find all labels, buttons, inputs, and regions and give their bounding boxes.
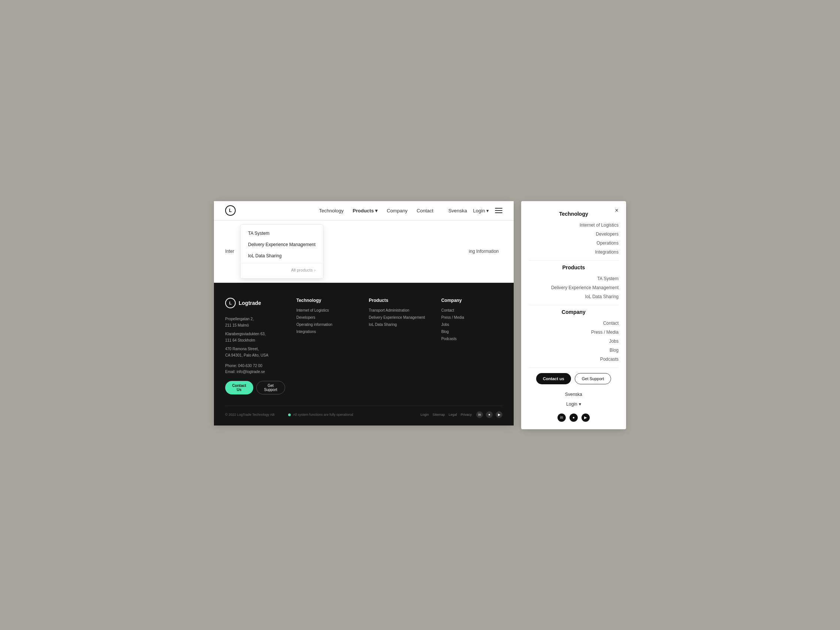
nav-products[interactable]: Products ▾ <box>352 208 378 213</box>
products-dropdown: TA System Delivery Experience Management… <box>240 224 323 279</box>
footer-tech-title: Technology <box>296 298 357 303</box>
footer-link-press[interactable]: Press / Media <box>441 315 502 319</box>
youtube-icon[interactable]: ▶ <box>496 411 502 418</box>
mobile-company-title: Company <box>529 309 619 315</box>
mobile-divider-1 <box>529 260 619 261</box>
nav-links: Technology Products ▾ Company Contact <box>319 208 433 213</box>
logo-circle: L <box>225 205 236 216</box>
mobile-buttons: Contact us Get Support <box>529 373 619 384</box>
footer-link-blog[interactable]: Blog <box>441 330 502 334</box>
mobile-link-iol[interactable]: Internet of Logistics <box>529 221 619 230</box>
mobile-link-ta[interactable]: TA System <box>529 274 619 283</box>
hamburger-menu[interactable] <box>495 208 502 213</box>
footer-col-company: Company Contact Press / Media Jobs Blog … <box>441 298 502 395</box>
mobile-link-press[interactable]: Press / Media <box>529 328 619 337</box>
footer-logo-circle: L <box>225 298 236 308</box>
operating-info-label: ing Information <box>469 249 502 254</box>
mobile-menu-panel: × Technology Internet of Logistics Devel… <box>521 201 626 429</box>
footer-link-operating[interactable]: Operating information <box>296 322 357 327</box>
mobile-divider-3 <box>529 368 619 368</box>
dropdown-ta-system[interactable]: TA System <box>240 228 323 239</box>
mobile-language[interactable]: Svenska <box>529 390 619 399</box>
footer-copyright-area: © 2022 LogTrade Technology AB <box>225 413 284 417</box>
spotify-icon[interactable]: ● <box>486 411 493 418</box>
footer-contact-info: Phone: 040-630 72 00 Email: info@logtrad… <box>225 363 285 375</box>
mobile-login[interactable]: Login ▾ <box>529 399 619 409</box>
footer-login-link[interactable]: Login <box>420 413 429 417</box>
mobile-contact-button[interactable]: Contact us <box>536 373 571 384</box>
mobile-link-blog[interactable]: Blog <box>529 346 619 355</box>
mobile-link-developers[interactable]: Developers <box>529 230 619 238</box>
mobile-link-contact[interactable]: Contact <box>529 319 619 328</box>
mobile-link-jobs[interactable]: Jobs <box>529 337 619 346</box>
footer-link-iol-data[interactable]: IoL Data Sharing <box>369 322 430 327</box>
nav-technology[interactable]: Technology <box>319 208 344 213</box>
dropdown-bar: Inter TA System Delivery Experience Mana… <box>214 221 514 283</box>
footer-link-jobs[interactable]: Jobs <box>441 322 502 327</box>
mobile-link-delivery[interactable]: Delivery Experience Management <box>529 283 619 292</box>
footer-bottom: © 2022 LogTrade Technology AB All system… <box>225 406 502 418</box>
footer-top: L Logtrade Propellergatan 2, 211 15 Malm… <box>225 298 502 395</box>
footer-link-integrations[interactable]: Integrations <box>296 330 357 334</box>
mobile-tech-title: Technology <box>529 211 619 217</box>
footer-link-podcasts[interactable]: Podcasts <box>441 337 502 341</box>
footer: L Logtrade Propellergatan 2, 211 15 Malm… <box>214 283 514 425</box>
footer-logo: L Logtrade <box>225 298 285 308</box>
footer-bottom-links: Login Sitemap Legal Privacy <box>420 413 472 417</box>
linkedin-icon[interactable]: in <box>476 411 483 418</box>
language-selector[interactable]: Svenska <box>448 208 467 213</box>
footer-link-delivery-exp[interactable]: Delivery Experience Management <box>369 315 430 319</box>
mobile-support-button[interactable]: Get Support <box>575 373 611 384</box>
logo[interactable]: L <box>225 205 236 216</box>
mobile-link-podcasts[interactable]: Podcasts <box>529 355 619 364</box>
footer-privacy-link[interactable]: Privacy <box>461 413 472 417</box>
footer-link-iol[interactable]: Internet of Logistics <box>296 308 357 313</box>
mobile-products-title: Products <box>529 264 619 270</box>
footer-products-title: Products <box>369 298 430 303</box>
footer-link-developers[interactable]: Developers <box>296 315 357 319</box>
footer-link-transport[interactable]: Transport Administration <box>369 308 430 313</box>
footer-buttons: Contact Us Get Support <box>225 381 285 395</box>
mobile-link-integrations[interactable]: Integrations <box>529 248 619 257</box>
footer-address: Propellergatan 2, 211 15 Malmö Klaraberg… <box>225 316 285 358</box>
footer-legal-link[interactable]: Legal <box>448 413 457 417</box>
mobile-social-icons: in ● ▶ <box>529 414 619 422</box>
footer-brand: L Logtrade Propellergatan 2, 211 15 Malm… <box>225 298 285 395</box>
navbar-right: Svenska Login ▾ <box>448 208 502 213</box>
footer-status: All system functions are fully operation… <box>288 413 353 417</box>
footer-copyright: © 2022 LogTrade Technology AB <box>225 413 275 417</box>
footer-support-button[interactable]: Get Support <box>256 381 286 395</box>
navbar: L Technology Products ▾ Company Contact … <box>214 201 514 221</box>
mobile-link-iol-data[interactable]: IoL Data Sharing <box>529 292 619 301</box>
dropdown-all-products[interactable]: All products › <box>240 265 323 275</box>
footer-logo-name: Logtrade <box>238 300 261 306</box>
login-button[interactable]: Login ▾ <box>473 208 489 213</box>
mobile-link-operations[interactable]: Operations <box>529 238 619 248</box>
mobile-spotify-icon[interactable]: ● <box>570 414 578 422</box>
status-indicator <box>288 414 291 416</box>
nav-company[interactable]: Company <box>387 208 407 213</box>
mobile-close-button[interactable]: × <box>613 206 621 215</box>
dropdown-delivery-exp[interactable]: Delivery Experience Management <box>240 239 323 250</box>
mobile-linkedin-icon[interactable]: in <box>557 414 566 422</box>
dropdown-inter-label: Inter <box>214 249 240 254</box>
dropdown-divider <box>240 263 323 263</box>
footer-col-products: Products Transport Administration Delive… <box>369 298 430 395</box>
footer-social-icons: in ● ▶ <box>476 411 502 418</box>
footer-contact-button[interactable]: Contact Us <box>225 381 253 395</box>
mobile-divider-2 <box>529 305 619 305</box>
dropdown-iol-data[interactable]: IoL Data Sharing <box>240 250 323 261</box>
footer-col-technology: Technology Internet of Logistics Develop… <box>296 298 357 395</box>
footer-sitemap-link[interactable]: Sitemap <box>433 413 445 417</box>
footer-link-contact[interactable]: Contact <box>441 308 502 313</box>
footer-company-title: Company <box>441 298 502 303</box>
mobile-youtube-icon[interactable]: ▶ <box>581 414 590 422</box>
nav-contact[interactable]: Contact <box>417 208 434 213</box>
